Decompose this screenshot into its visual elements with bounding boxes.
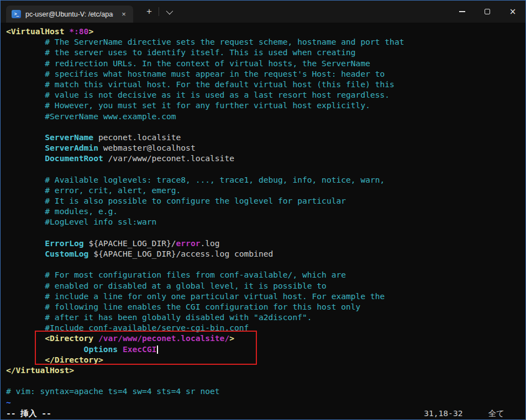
terminal-line: ServerAdmin webmaster@localhost [6,142,525,153]
text-cursor [157,345,158,354]
maximize-button[interactable] [475,1,500,23]
terminal-line: ErrorLog ${APACHE_LOG_DIR}/error.log [6,238,525,248]
window-controls: × [449,1,525,23]
terminal-line: # include a line for only one particular… [6,291,525,301]
tab-dropdown-button[interactable] [160,4,177,19]
cursor-position: 31,18-32 [424,408,462,418]
terminal-line: <Directory /var/www/peconet.localsite/> [6,333,525,343]
terminal-screen[interactable]: <VirtualHost *:80> # The ServerName dire… [1,23,525,419]
terminal-line: # redirection URLs. In the context of vi… [6,58,525,68]
terminal-line: DocumentRoot /var/www/peconet.localsite [6,153,525,163]
terminal-line [6,227,525,238]
terminal-line: # after it has been globally disabled wi… [6,312,525,322]
terminal-line: ~ [6,397,525,407]
terminal-line: # vim: syntax=apache ts=4 sw=4 sts=4 sr … [6,386,525,396]
tab-title: pc-user@Ubuntu-V: /etc/apach [25,10,113,18]
terminal-line: # It is also possible to configure the l… [6,195,525,206]
terminal-line: # match this virtual host. For the defau… [6,79,525,89]
scroll-indicator: 全て [488,408,504,418]
terminal-line: # error, crit, alert, emerg. [6,185,525,195]
terminal-line: Options ExecCGI [6,344,525,354]
terminal-line: CustomLog ${APACHE_LOG_DIR}/access.log c… [6,248,525,259]
terminal-line: # enabled or disabled at a global level,… [6,280,525,291]
tabbar-divider [159,7,159,16]
titlebar-drag-area[interactable] [177,1,449,23]
terminal-line: # specifies what hostname must appear in… [6,68,525,79]
terminal-line: # modules, e.g. [6,206,525,216]
new-tab-button[interactable]: + [141,4,157,19]
terminal-line: # following line enables the CGI configu… [6,301,525,312]
vim-mode-indicator: -- 挿入 -- [6,408,51,418]
terminal-line [6,259,525,269]
terminal-line: # For most configuration files from conf… [6,269,525,280]
terminal-line: #LogLevel info ssl:warn [6,216,525,227]
close-icon: × [509,8,517,16]
minimize-button[interactable] [449,1,475,23]
terminal-line: # However, you must set it for any furth… [6,100,525,110]
vim-status-line: -- 挿入 -- 31,18-32 全て [1,408,525,418]
maximize-icon [485,9,490,14]
close-button[interactable]: × [500,1,525,23]
terminal-line: </VirtualHost> [6,365,525,375]
terminal-icon: >_ [12,10,21,18]
titlebar[interactable]: >_ pc-user@Ubuntu-V: /etc/apach × + × [1,1,525,23]
terminal-line [6,121,525,132]
terminal-tab[interactable]: >_ pc-user@Ubuntu-V: /etc/apach × [6,6,133,23]
terminal-line: # the server uses to identify itself. Th… [6,47,525,57]
terminal-buffer: <VirtualHost *:80> # The ServerName dire… [6,26,525,407]
terminal-line: #ServerName www.example.com [6,111,525,121]
terminal-line: ServerName peconet.localsite [6,132,525,142]
chevron-down-icon [166,7,173,14]
tab-close-icon[interactable]: × [118,8,130,20]
terminal-line: # Available loglevels: trace8, ..., trac… [6,174,525,185]
minimize-icon [459,11,465,12]
terminal-window: >_ pc-user@Ubuntu-V: /etc/apach × + × <V… [0,0,526,420]
terminal-line [6,163,525,174]
terminal-line: # The ServerName directive sets the requ… [6,36,525,47]
terminal-line: # value is not decisive as it is used as… [6,89,525,100]
terminal-line [6,375,525,386]
terminal-line: </Directory> [6,354,525,365]
terminal-line: <VirtualHost *:80> [6,26,525,36]
terminal-line: #Include conf-available/serve-cgi-bin.co… [6,322,525,333]
